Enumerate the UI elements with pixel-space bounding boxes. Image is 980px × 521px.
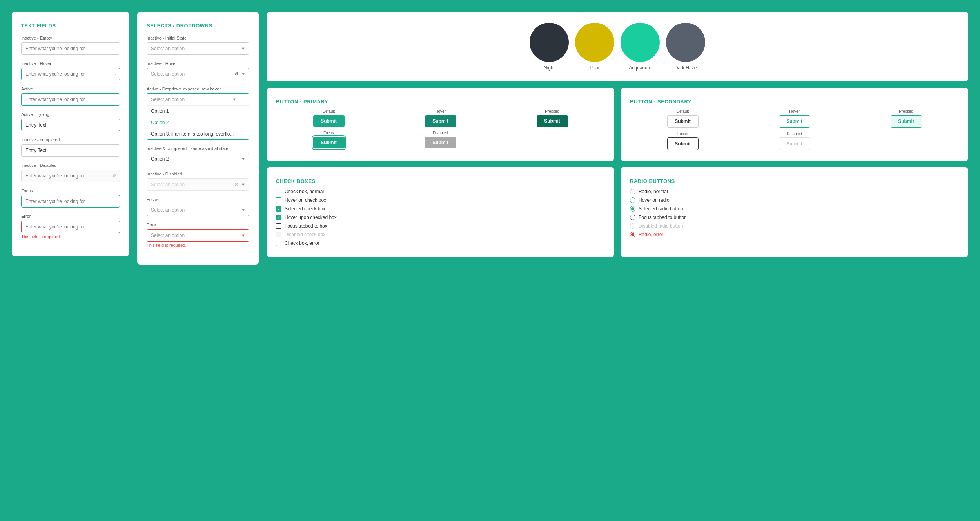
radio-selected[interactable] <box>630 206 635 212</box>
swatch-circle-pear <box>575 23 614 62</box>
select-wrap-hover: Select an option ↺ ▼ <box>147 68 249 80</box>
select-error[interactable]: Select an option <box>147 229 249 242</box>
field-label-error: Error <box>21 214 120 219</box>
swatch-label-darkhaze: Dark Haze <box>675 65 697 71</box>
radio-row-error: Radio, error <box>630 232 959 237</box>
radio-error[interactable] <box>630 232 635 237</box>
btn-secondary-disabled-label: Disabled <box>787 132 802 136</box>
bottom-row: CHECK BOXES Check box, normal Hover on c… <box>267 167 968 257</box>
btn-secondary-default[interactable]: Submit <box>667 115 699 128</box>
checkbox-normal[interactable] <box>276 189 281 194</box>
btn-secondary-pressed-row: Pressed Submit <box>853 109 959 128</box>
checkbox-row-hover: Hover on check box <box>276 197 605 203</box>
btn-secondary-hover[interactable]: Submit <box>779 115 810 128</box>
error-message-text: This field is required. <box>21 234 120 239</box>
button-primary-grid: Default Submit Hover Submit Pressed Subm… <box>276 109 605 148</box>
field-group-inactive-empty: Inactive - Empty <box>21 36 120 55</box>
dropdown-placeholder: Select an option <box>151 97 185 102</box>
field-group-sel-error: Error Select an option ▼ This field is r… <box>147 223 249 248</box>
field-label-focus: Focus <box>21 188 120 193</box>
radio-hover[interactable] <box>630 197 635 203</box>
field-group-focus: Focus <box>21 188 120 208</box>
checkbox-label-checked: Selected check box <box>285 206 325 212</box>
cursor-icon-select-hover: ↺ <box>234 71 238 77</box>
btn-primary-hover-row: Hover Submit <box>388 109 493 127</box>
radio-row-normal: Radio, normal <box>630 189 959 194</box>
radio-normal[interactable] <box>630 189 635 194</box>
dropdown-list: Option 1 Option 2 Option 3, if an item i… <box>147 105 249 139</box>
no-entry-icon-select-disabled: ⊘ <box>234 182 238 187</box>
select-inactive[interactable]: Select an option <box>147 42 249 55</box>
input-inactive-empty[interactable] <box>21 42 120 55</box>
dropdown-trigger[interactable]: Select an option ▼ <box>147 94 249 105</box>
field-group-inactive-disabled: Inactive - Disabled ⊘ <box>21 163 120 182</box>
btn-primary-default[interactable]: Submit <box>313 115 345 127</box>
dropdown-item-1[interactable]: Option 1 <box>147 106 249 117</box>
swatch-pear: Pear <box>575 23 614 71</box>
select-disabled: Select an option <box>147 178 249 191</box>
swatch-label-pear: Pear <box>590 65 599 71</box>
field-label-active-typing: Active - Typing <box>21 112 120 117</box>
checkbox-row-focus: Focus tabbed to box <box>276 223 605 229</box>
field-label-sel-error: Error <box>147 223 249 227</box>
swatch-label-acquarium: Acquarium <box>629 65 651 71</box>
checkbox-row-checked-hover: Hover upon checked box <box>276 215 605 220</box>
field-group-sel-inactive: Inactive - Initial State Select an optio… <box>147 36 249 55</box>
input-error[interactable] <box>21 221 120 233</box>
input-focus[interactable] <box>21 195 120 208</box>
checkbox-row-disabled: Disabled check box <box>276 232 605 237</box>
input-inactive-disabled <box>21 170 120 182</box>
field-label-sel-active-dropdown: Active - Dropdown exposed, row hover <box>147 87 249 91</box>
btn-primary-pressed[interactable]: Submit <box>537 115 568 127</box>
btn-primary-focus[interactable]: Submit <box>313 137 345 148</box>
button-secondary-title: BUTTON - SECONDARY <box>630 99 959 105</box>
btn-primary-disabled-label: Disabled <box>433 131 448 135</box>
error-message-select: This field is required. <box>147 243 249 248</box>
btn-secondary-pressed[interactable]: Submit <box>891 115 922 128</box>
btn-secondary-focus[interactable]: Submit <box>667 137 699 150</box>
select-completed[interactable]: Option 2 <box>147 153 249 165</box>
no-entry-icon-disabled: ⊘ <box>113 173 117 179</box>
dropdown-item-2[interactable]: Option 2 <box>147 117 249 128</box>
input-inactive-completed[interactable] <box>21 144 120 157</box>
field-group-sel-hover: Inactive - Hover Select an option ↺ ▼ <box>147 61 249 80</box>
btn-secondary-default-row: Default Submit <box>630 109 735 128</box>
field-label-inactive-disabled: Inactive - Disabled <box>21 163 120 168</box>
checkbox-label-disabled: Disabled check box <box>285 232 325 237</box>
checkbox-row-normal: Check box, normal <box>276 189 605 194</box>
select-wrap-inactive: Select an option ▼ <box>147 42 249 55</box>
checkbox-hover[interactable] <box>276 197 281 203</box>
checkbox-disabled <box>276 232 281 237</box>
btn-secondary-disabled-row: Disabled Submit <box>742 132 847 150</box>
checkbox-focus[interactable] <box>276 223 281 229</box>
input-active-typing[interactable] <box>21 119 120 131</box>
field-group-active: Active <box>21 87 120 106</box>
checkbox-checked-hover[interactable] <box>276 215 281 220</box>
input-inactive-hover[interactable] <box>21 68 120 80</box>
radio-disabled <box>630 223 635 229</box>
checkbox-error[interactable] <box>276 241 281 246</box>
checkboxes-title: CHECK BOXES <box>276 178 605 184</box>
select-focus[interactable]: Select an option <box>147 204 249 216</box>
select-hover[interactable]: Select an option <box>147 68 249 80</box>
field-group-sel-active-dropdown: Active - Dropdown exposed, row hover Sel… <box>147 87 249 140</box>
field-group-sel-completed: Inactive & completed - same as initial s… <box>147 146 249 165</box>
checkbox-list: Check box, normal Hover on check box Sel… <box>276 189 605 246</box>
field-label-sel-focus: Focus <box>147 197 249 202</box>
btn-primary-focus-row: Focus Submit <box>276 131 381 148</box>
radio-label-error: Radio, error <box>639 232 663 237</box>
btn-primary-default-label: Default <box>323 109 335 114</box>
checkbox-row-checked: Selected check box <box>276 206 605 212</box>
field-group-sel-focus: Focus Select an option ▼ <box>147 197 249 216</box>
dropdown-item-3[interactable]: Option 3, if an item is too long, overfl… <box>147 128 249 139</box>
radio-focus[interactable] <box>630 215 635 220</box>
checkbox-checked[interactable] <box>276 206 281 212</box>
radio-label-normal: Radio, normal <box>639 189 668 194</box>
input-active[interactable] <box>21 93 120 106</box>
btn-primary-hover[interactable]: Submit <box>425 115 456 127</box>
btn-primary-pressed-row: Pressed Submit <box>499 109 605 127</box>
radio-label-hover: Hover on radio <box>639 197 670 203</box>
swatches-container: Night Pear Acquarium Dark Haze <box>276 23 959 71</box>
btn-primary-pressed-label: Pressed <box>545 109 559 114</box>
field-label-inactive-empty: Inactive - Empty <box>21 36 120 40</box>
